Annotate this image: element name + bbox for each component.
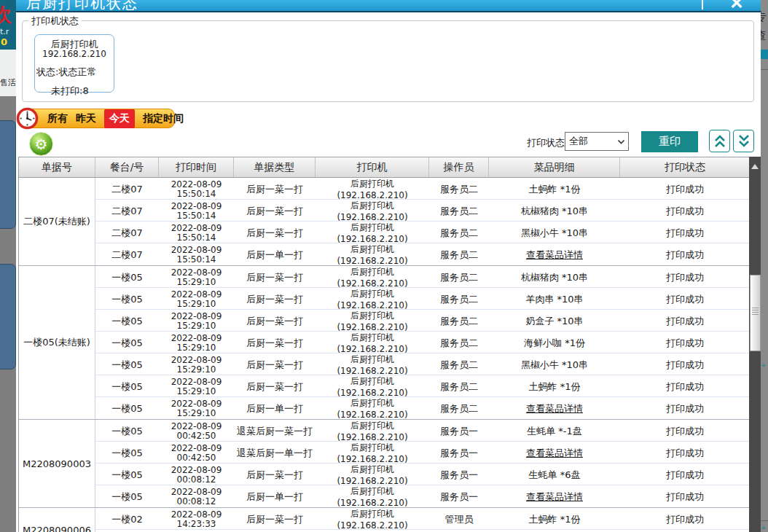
bill-group: 一楼05(未结账)一楼052022-08-0915:29:10后厨一菜一打后厨打… [19, 266, 750, 420]
cell-dish-detail: 杭椒猪肉 *10串 [489, 205, 620, 218]
table-row[interactable]: 二楼072022-08-0915:50:14后厨一菜一打后厨打印机(192.16… [95, 178, 750, 200]
cell-printer: 后厨打印机(192.168.2.210) [316, 310, 429, 332]
settings-gear-icon[interactable]: ⚙ [29, 132, 53, 156]
table-row[interactable]: 一楼052022-08-0900:08:12后厨一菜一打后厨打印机(192.16… [95, 463, 750, 485]
table-row[interactable]: 一楼052022-08-0915:29:10后厨一菜一打后厨打印机(192.16… [95, 288, 750, 310]
groupbox-legend: 打印机状态 [28, 15, 82, 28]
table-row[interactable]: 一楼052022-08-0900:42:50退菜后厨一单一打后厨打印机(192.… [95, 442, 750, 463]
background-menu-fragment: 售活 [0, 50, 16, 96]
view-dish-detail-link[interactable]: 查看菜品详情 [526, 491, 583, 502]
table-row[interactable]: 一楼052022-08-0915:29:10后厨一菜一打后厨打印机(192.16… [95, 375, 750, 397]
cell-printer: 后厨打印机(192.168.2.210) [316, 353, 429, 376]
cell-print-status: 打印成功 [620, 513, 750, 526]
cell-dish-detail: 查看菜品详情 [489, 402, 620, 415]
cell-printer: 后厨打印机(192.168.2.210) [316, 375, 429, 398]
cell-doc-type: 后厨一单一打 [234, 249, 316, 262]
cell-dish-detail: 土蚂蚱 *1份 [489, 380, 620, 394]
cell-table-no: 一楼05 [95, 380, 159, 394]
vertical-scrollbar[interactable] [749, 157, 761, 532]
time-filter-today[interactable]: 今天 [104, 109, 135, 128]
table-row[interactable]: 一楼052022-08-0915:29:10后厨一菜一打后厨打印机(192.16… [95, 266, 750, 288]
printer-ip: 192.168.2.210 [35, 50, 114, 59]
table-row[interactable]: 一楼052022-08-0915:29:10后厨一菜一打后厨打印机(192.16… [95, 353, 750, 375]
scrollbar-thumb[interactable] [750, 275, 761, 351]
printer-card[interactable]: 后厨打印机 192.168.2.210 状态:状态正常 未打印:8 [34, 34, 114, 93]
background-app-logo: 欢 t.r 0 [0, 0, 16, 50]
cell-table-no: 一楼05 [95, 447, 159, 460]
bill-group: M2208090006一楼022022-08-0914:23:33后厨一菜一打后… [19, 508, 750, 532]
table-row[interactable]: 一楼052022-08-0900:42:50退菜后厨一菜一打后厨打印机(192.… [95, 420, 750, 442]
view-dish-detail-link[interactable]: 查看菜品详情 [526, 447, 583, 458]
cell-print-status: 打印成功 [620, 402, 750, 415]
bill-group-rows: 一楼022022-08-0914:23:33后厨一菜一打后厨打印机(192.16… [95, 508, 750, 532]
background-menu-text: 售活 [0, 77, 16, 88]
table-row[interactable]: 一楼052022-08-0915:29:10后厨一单一打后厨打印机(192.16… [95, 397, 750, 419]
cell-print-time: 2022-08-0914:23:33 [159, 510, 234, 529]
table-row[interactable]: 二楼072022-08-0915:50:14后厨一单一打后厨打印机(192.16… [95, 243, 750, 265]
time-filter-custom[interactable]: 指定时间 [143, 112, 184, 125]
cell-dish-detail: 羊肉串 *10串 [489, 293, 620, 306]
cell-table-no: 二楼07 [95, 227, 159, 240]
cell-table-no: 一楼05 [95, 402, 159, 415]
cell-doc-type: 后厨一菜一打 [234, 183, 316, 196]
cell-printer: 后厨打印机(192.168.2.210) [316, 178, 429, 200]
cell-operator: 服务员二 [429, 293, 489, 306]
cell-doc-type: 后厨一菜一打 [234, 380, 316, 394]
cell-table-no: 一楼05 [95, 293, 159, 306]
column-header-table-no: 餐台/号 [95, 157, 159, 177]
bill-group-rows: 一楼052022-08-0915:29:10后厨一菜一打后厨打印机(192.16… [95, 266, 750, 419]
cell-printer: 后厨打印机(192.168.2.210) [316, 200, 429, 222]
table-row[interactable]: 一楼052022-08-0900:08:12后厨一单一打后厨打印机(192.16… [95, 485, 750, 507]
cell-table-no: 二楼07 [95, 205, 159, 218]
background-char-fragment: 查 [761, 29, 767, 43]
close-button[interactable]: ✕ [724, 0, 749, 12]
table-row[interactable]: 一楼052022-08-0915:29:10后厨一菜一打后厨打印机(192.16… [95, 310, 750, 332]
view-dish-detail-link[interactable]: 查看菜品详情 [526, 249, 583, 260]
cell-operator: 服务员二 [429, 183, 489, 196]
print-status-filter-label: 打印状态 [527, 136, 565, 149]
chevron-down-icon [617, 139, 625, 144]
cell-table-no: 二楼07 [95, 183, 159, 196]
cell-print-status: 打印成功 [620, 337, 750, 350]
cell-doc-type: 后厨一菜一打 [234, 205, 316, 218]
cell-operator: 服务员二 [429, 205, 489, 218]
cell-print-time: 2022-08-0915:50:14 [159, 224, 234, 243]
cell-table-no: 一楼05 [95, 337, 159, 350]
table-row[interactable]: 二楼072022-08-0915:50:14后厨一菜一打后厨打印机(192.16… [95, 222, 750, 243]
cell-print-time: 2022-08-0915:29:10 [159, 356, 234, 375]
cell-operator: 服务员二 [429, 337, 489, 350]
cell-print-status: 打印成功 [620, 227, 750, 240]
cell-table-no: 一楼05 [95, 469, 159, 482]
time-filter-yesterday[interactable]: 昨天 [76, 112, 96, 125]
cell-doc-type: 后厨一菜一打 [234, 271, 316, 284]
cell-print-time: 2022-08-0915:29:10 [159, 399, 234, 418]
cell-print-status: 打印成功 [620, 293, 750, 306]
scroll-to-top-button[interactable] [709, 130, 730, 152]
time-filter-all[interactable]: 所有 [47, 112, 68, 125]
cell-doc-type: 后厨一菜一打 [234, 227, 316, 240]
clock-icon [16, 107, 39, 130]
cell-print-status: 打印成功 [620, 469, 750, 482]
cell-table-no: 一楼05 [95, 425, 159, 438]
cell-print-status: 打印成功 [620, 315, 750, 328]
cell-print-status: 打印成功 [620, 425, 750, 438]
table-row[interactable]: 二楼072022-08-0915:50:14后厨一菜一打后厨打印机(192.16… [95, 200, 750, 222]
scroll-to-bottom-button[interactable] [733, 130, 754, 152]
cell-printer: 后厨打印机(192.168.2.210) [316, 266, 429, 289]
close-icon: ✕ [729, 0, 743, 12]
print-status-select[interactable]: 全部 [565, 132, 629, 151]
background-table-button [0, 264, 16, 369]
printer-status-text: 状态:状态正常 [35, 66, 114, 79]
cell-dish-detail: 查看菜品详情 [489, 249, 620, 262]
print-jobs-table: 单据号 餐台/号 打印时间 单据类型 打印机 操作员 菜品明细 打印状态 二楼0… [18, 157, 750, 532]
cell-print-status: 打印成功 [620, 271, 750, 284]
divider [761, 69, 768, 70]
cell-printer: 后厨打印机(192.168.2.210) [316, 420, 429, 442]
table-row[interactable]: 一楼052022-08-0915:29:10后厨一菜一打后厨打印机(192.16… [95, 332, 750, 353]
cell-dish-detail: 查看菜品详情 [489, 490, 620, 504]
table-row[interactable]: 一楼022022-08-0914:23:33后厨一菜一打后厨打印机(192.16… [95, 508, 750, 530]
reprint-button[interactable]: 重印 [641, 131, 698, 152]
cell-print-time: 2022-08-0915:50:14 [159, 202, 234, 221]
scrollbar-up-arrow[interactable] [749, 157, 761, 176]
view-dish-detail-link[interactable]: 查看菜品详情 [526, 403, 583, 414]
